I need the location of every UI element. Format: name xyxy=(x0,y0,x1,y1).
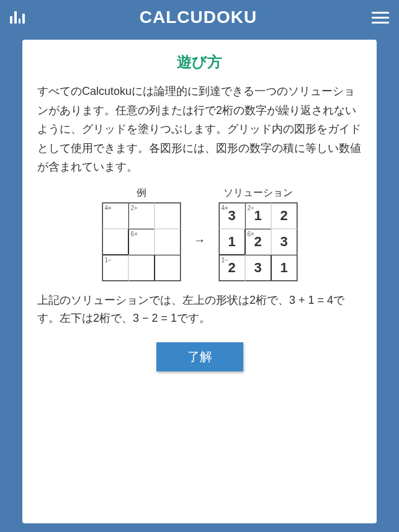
example-grid: 4+ 2÷ 6× 1− xyxy=(102,202,181,282)
grid-cell: 1 xyxy=(219,229,245,255)
grid-cell: 3 xyxy=(271,229,297,255)
grid-cell: 2÷1 xyxy=(245,203,271,229)
grid-cell xyxy=(128,255,155,281)
instructions-card: 遊び方 すべてのCalcutokuには論理的に到達できる一つのソリューションがあ… xyxy=(22,40,377,523)
grid-cell: 4+ xyxy=(102,203,128,229)
grid-cell: 4+3 xyxy=(219,203,245,229)
grid-cell xyxy=(155,255,181,281)
app-title: CALCUDOKU xyxy=(25,7,372,27)
grid-cell: 2÷ xyxy=(128,203,155,229)
menu-icon[interactable] xyxy=(372,12,389,24)
grid-cell: 1 xyxy=(271,255,297,281)
solution-label: ソリューション xyxy=(223,187,293,200)
grid-cell: 2 xyxy=(271,203,297,229)
instructions-title: 遊び方 xyxy=(37,52,362,72)
ok-button[interactable]: 了解 xyxy=(156,342,243,371)
arrow-icon: → xyxy=(194,233,206,247)
explanation-text: 上記のソリューションでは、左上の形状は2桁で、3 + 1 = 4です。左下は2桁… xyxy=(37,291,362,327)
grid-cell: 1− xyxy=(102,255,128,281)
example-label: 例 xyxy=(137,187,146,200)
instructions-body: すべてのCalcutokuには論理的に到達できる一つのソリューションがあります。… xyxy=(37,82,362,177)
grid-cell xyxy=(155,229,181,255)
solution-grid: 4+3 2÷1 2 1 6×2 3 1−2 3 1 xyxy=(218,202,298,282)
grid-cell: 1−2 xyxy=(219,255,245,281)
example-section: 例 4+ 2÷ 6× 1− → ソリューション 4+3 2÷1 2 1 6×2 xyxy=(37,187,362,282)
grid-cell: 3 xyxy=(245,255,271,281)
grid-cell xyxy=(102,229,128,255)
grid-cell: 6× xyxy=(128,229,155,255)
grid-cell xyxy=(155,203,181,229)
example-column: 例 4+ 2÷ 6× 1− xyxy=(102,187,181,282)
grid-cell: 6×2 xyxy=(245,229,271,255)
app-header: CALCUDOKU xyxy=(0,0,399,35)
stats-icon[interactable] xyxy=(10,11,25,24)
solution-column: ソリューション 4+3 2÷1 2 1 6×2 3 1−2 3 1 xyxy=(218,187,298,282)
